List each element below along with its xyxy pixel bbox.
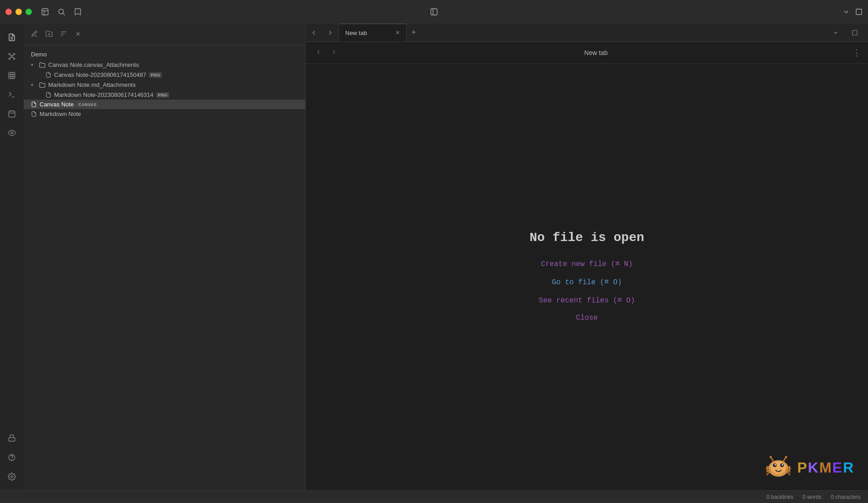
list-item-markdown-note[interactable]: Markdown Note	[24, 109, 305, 119]
sidebar-item-terminal[interactable]	[4, 86, 20, 103]
file-label: Markdown Note-20230806174146314	[54, 91, 153, 98]
sidebar-item-eye[interactable]	[4, 125, 20, 141]
list-item-canvas-note[interactable]: Canvas Note CANVAS	[24, 100, 305, 109]
go-to-file-link[interactable]: Go to file (⌘ O)	[548, 276, 626, 288]
sidebar-icons	[0, 24, 24, 490]
sort-icon[interactable]	[60, 30, 67, 39]
no-file-title: No file is open	[530, 231, 644, 245]
svg-line-50	[783, 458, 786, 462]
backlinks-count: 0 backlinks	[767, 494, 793, 500]
file-icon	[45, 92, 51, 98]
tab-list-button[interactable]	[828, 30, 843, 36]
titlebar-center	[430, 8, 438, 16]
pkmer-p: P	[797, 459, 807, 476]
new-note-icon[interactable]	[31, 30, 38, 39]
folder-label: Canvas Note.canvas_Attachments	[48, 61, 139, 68]
bookmark-icon[interactable]	[74, 8, 82, 16]
word-count: 0 words	[802, 494, 822, 500]
tab-expand-button[interactable]	[847, 30, 863, 36]
png-badge: PNG	[149, 72, 162, 78]
svg-point-13	[9, 58, 10, 60]
list-item[interactable]: Canvas Note-20230806174150487 PNG	[38, 70, 305, 80]
editor-content: No file is open Create new file (⌘ N) Go…	[306, 64, 868, 490]
svg-line-15	[10, 55, 11, 55]
svg-line-16	[13, 55, 14, 55]
editor-back-button[interactable]	[313, 46, 324, 59]
maximize-button[interactable]	[25, 9, 32, 15]
editor-forward-button[interactable]	[328, 46, 339, 59]
sidebar-item-kanban[interactable]	[4, 67, 20, 84]
svg-point-11	[9, 53, 10, 55]
folder-label: Markdown Note.md_Attachments	[48, 81, 136, 88]
sidebar-item-settings[interactable]	[4, 468, 20, 485]
new-folder-icon[interactable]	[45, 30, 53, 39]
pkmer-k: K	[808, 459, 819, 476]
svg-rect-5	[431, 9, 437, 15]
svg-point-51	[785, 456, 787, 458]
titlebar-right	[843, 8, 863, 15]
expand-icon[interactable]	[855, 8, 863, 15]
add-tab-button[interactable]: +	[407, 24, 421, 41]
vault-icon[interactable]	[41, 8, 49, 16]
pkmer-crab-icon	[764, 454, 793, 481]
svg-rect-0	[42, 9, 48, 15]
svg-point-47	[782, 464, 783, 466]
md-attachments-children: Markdown Note-20230806174146314 PNG	[24, 90, 305, 100]
canvas-attachments-children: Canvas Note-20230806174150487 PNG	[24, 70, 305, 80]
sidebar-item-plugin[interactable]	[4, 430, 20, 447]
vault-folder-name: Demo	[24, 49, 305, 60]
canvas-badge: CANVAS	[76, 102, 98, 107]
close-button[interactable]	[5, 9, 12, 15]
active-tab[interactable]: New tab ✕	[338, 24, 407, 41]
file-icon	[31, 111, 37, 117]
chevron-down-icon: ▾	[31, 62, 36, 67]
tab-close-button[interactable]: ✕	[395, 30, 400, 36]
file-panel: Demo ▾ Canvas Note.canvas_Attachments Ca…	[24, 24, 306, 490]
sidebar-item-graph[interactable]	[4, 48, 20, 65]
svg-point-46	[775, 464, 776, 466]
sidebar-toggle-icon[interactable]	[430, 8, 438, 16]
back-button[interactable]	[306, 24, 322, 41]
forward-button[interactable]	[322, 24, 338, 41]
pkmer-logo: PKMER	[764, 454, 854, 481]
svg-rect-41	[853, 30, 858, 35]
file-panel-toolbar	[24, 24, 305, 45]
panel-close-icon[interactable]	[75, 30, 81, 39]
pkmer-text: PKMER	[797, 459, 854, 476]
more-options-button[interactable]: ⋮	[853, 48, 861, 58]
create-new-file-link[interactable]: Create new file (⌘ N)	[537, 257, 636, 270]
file-icon	[45, 72, 51, 78]
editor-header: New tab ⋮	[306, 42, 868, 64]
svg-line-4	[63, 13, 65, 15]
sidebar-item-files[interactable]	[4, 29, 20, 45]
svg-point-49	[770, 456, 772, 458]
chevron-down-icon[interactable]	[843, 8, 850, 15]
sidebar-item-help[interactable]	[4, 449, 20, 466]
see-recent-files-link[interactable]: See recent files (⌘ O)	[535, 294, 638, 307]
svg-point-29	[11, 132, 13, 134]
list-item[interactable]: Markdown Note-20230806174146314 PNG	[38, 90, 305, 100]
pkmer-r: R	[843, 459, 854, 476]
titlebar-icons	[41, 8, 82, 16]
minimize-button[interactable]	[15, 9, 22, 15]
svg-point-12	[14, 53, 15, 55]
file-label: Markdown Note	[40, 111, 81, 117]
sidebar-item-calendar[interactable]	[4, 106, 20, 122]
tree-folder-md-attachments[interactable]: ▾ Markdown Note.md_Attachments	[24, 80, 305, 90]
close-link[interactable]: Close	[572, 312, 601, 324]
svg-line-48	[771, 458, 774, 462]
svg-line-18	[13, 57, 14, 58]
search-icon[interactable]	[57, 8, 66, 16]
editor-title: New tab	[344, 49, 848, 56]
file-panel-content: Demo ▾ Canvas Note.canvas_Attachments Ca…	[24, 45, 305, 490]
traffic-lights	[5, 9, 32, 15]
file-icon	[31, 101, 37, 107]
svg-point-14	[14, 58, 15, 60]
svg-rect-30	[10, 435, 14, 438]
main-area: Demo ▾ Canvas Note.canvas_Attachments Ca…	[0, 24, 868, 490]
titlebar	[0, 0, 868, 24]
tab-label: New tab	[345, 30, 367, 36]
file-label: Canvas Note	[40, 101, 74, 108]
svg-rect-25	[9, 111, 15, 117]
tree-folder-canvas-attachments[interactable]: ▾ Canvas Note.canvas_Attachments	[24, 60, 305, 70]
